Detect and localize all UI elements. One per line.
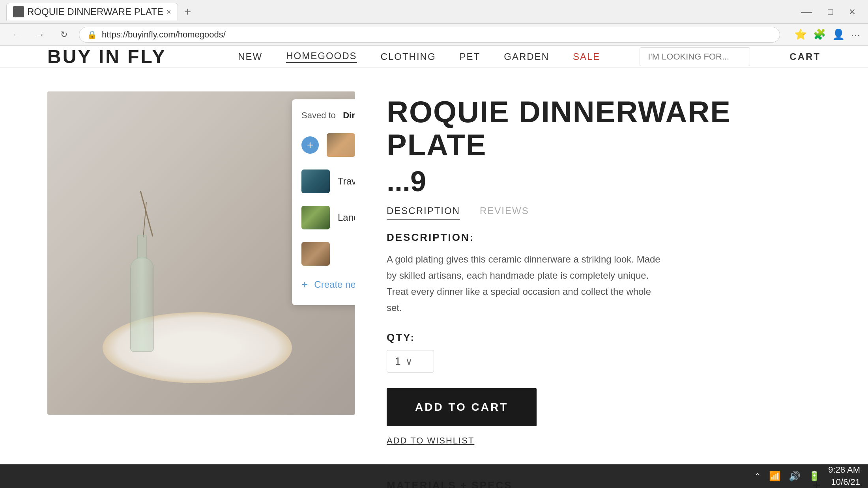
product-info: ROQUIE DINNERWARE PLATE ...9 DESCRIPTION…: [387, 91, 821, 488]
time-display: 9:28 AM: [828, 464, 860, 476]
qty-select[interactable]: 1 ∨: [387, 350, 434, 373]
collection-name-landscape: Landscape ideas and in...: [338, 212, 355, 223]
browser-titlebar: ROQUIE DINNERWARE PLATE × + — □ ×: [0, 0, 868, 24]
nav-pet[interactable]: PET: [460, 51, 481, 62]
taskbar-time: 9:28 AM 10/6/21: [828, 464, 860, 488]
website: BUY IN FLY NEW HOMEGOODS CLOTHING PET GA…: [0, 46, 868, 488]
qty-label: QTY:: [387, 332, 821, 344]
site-header: BUY IN FLY NEW HOMEGOODS CLOTHING PET GA…: [0, 46, 868, 68]
nav-clothing[interactable]: CLOTHING: [381, 51, 436, 62]
collection-thumb-extra: [301, 242, 330, 266]
collection-item-extra[interactable]: [292, 236, 355, 272]
create-collection-icon: +: [301, 278, 308, 291]
create-new-collection-button[interactable]: + Create new collection: [292, 272, 355, 297]
sound-icon: 🔊: [789, 471, 801, 482]
tab-title: ROQUIE DINNERWARE PLATE: [27, 6, 163, 17]
bottle-visual: [126, 233, 158, 352]
price-value: ...9: [387, 166, 426, 197]
tab-favicon: [13, 6, 24, 17]
taskbar-right: ⌃ 📶 🔊 🔋 9:28 AM 10/6/21: [754, 464, 860, 488]
collection-name-travel: Travel bucketlist: [338, 176, 355, 187]
collection-thumb-landscape: [301, 206, 330, 229]
extensions-icon[interactable]: 🧩: [813, 28, 826, 41]
product-title-line1: ROQUIE DINNERWARE: [387, 95, 731, 129]
add-to-wishlist-button[interactable]: ADD TO WISHLIST: [387, 436, 821, 446]
browser-controls: ← → ↻ 🔒 https://buyinfly.com/homegoods/ …: [0, 24, 868, 46]
nav-garden[interactable]: GARDEN: [504, 51, 549, 62]
tab-description[interactable]: DESCRIPTION: [387, 205, 460, 220]
bottle-neck: [137, 235, 147, 259]
lock-icon: 🔒: [87, 30, 97, 39]
product-area: ··· Saved to Dining room ideas + Dini: [0, 68, 868, 488]
collection-thumb-travel: [301, 169, 330, 193]
taskbar: ⌃ 📶 🔊 🔋 9:28 AM 10/6/21: [0, 464, 868, 488]
browser-window: ROQUIE DINNERWARE PLATE × + — □ × ← → ↻ …: [0, 0, 868, 488]
back-button[interactable]: ←: [8, 26, 25, 43]
refresh-button[interactable]: ↻: [55, 26, 73, 43]
browser-tab-active[interactable]: ROQUIE DINNERWARE PLATE ×: [6, 3, 178, 20]
browser-tabs: ROQUIE DINNERWARE PLATE × +: [6, 3, 791, 20]
profile-icon[interactable]: ⭐: [794, 28, 807, 41]
site-logo[interactable]: BUY IN FLY: [47, 46, 166, 67]
cart-button[interactable]: CART: [789, 51, 821, 62]
add-to-cart-button[interactable]: ADD TO CART: [387, 388, 537, 426]
collection-thumb-dining: [327, 133, 355, 157]
wifi-icon: 📶: [769, 471, 781, 482]
window-minimize-button[interactable]: —: [795, 6, 818, 18]
address-bar-icons: ⭐ 🧩 👤 ···: [794, 28, 860, 41]
bottle-body: [130, 257, 154, 352]
nav-homegoods[interactable]: HOMEGOODS: [286, 50, 357, 63]
collection-item-travel[interactable]: Travel bucketlist: [292, 163, 355, 199]
tab-close-button[interactable]: ×: [166, 7, 171, 17]
browser-more-button[interactable]: ···: [851, 28, 860, 41]
user-icon[interactable]: 👤: [832, 28, 845, 41]
new-tab-button[interactable]: +: [180, 4, 196, 20]
address-bar[interactable]: 🔒 https://buyinfly.com/homegoods/: [79, 27, 780, 43]
collection-add-icon: +: [301, 136, 319, 154]
site-nav: NEW HOMEGOODS CLOTHING PET GARDEN SALE C…: [238, 47, 821, 66]
saved-to-label: Saved to: [301, 110, 336, 120]
nav-sale[interactable]: SALE: [573, 51, 600, 62]
collection-item-dining[interactable]: + Dining room ideas: [292, 127, 355, 163]
product-title: ROQUIE DINNERWARE PLATE: [387, 95, 821, 161]
save-dropdown: Saved to Dining room ideas + Dining room…: [292, 99, 355, 305]
product-description-text: A gold plating gives this ceramic dinner…: [387, 251, 663, 316]
collection-item-landscape[interactable]: Landscape ideas and in...: [292, 199, 355, 236]
create-collection-label: Create new collection: [314, 279, 355, 290]
tab-reviews[interactable]: REVIEWS: [480, 205, 529, 220]
qty-value: 1: [395, 355, 400, 367]
qty-chevron-icon: ∨: [405, 355, 413, 367]
url-text: https://buyinfly.com/homegoods/: [102, 30, 226, 40]
description-label: DESCRIPTION:: [387, 231, 821, 244]
battery-icon: 🔋: [808, 471, 820, 482]
browser-content: BUY IN FLY NEW HOMEGOODS CLOTHING PET GA…: [0, 46, 868, 488]
date-display: 10/6/21: [828, 476, 860, 488]
search-input[interactable]: [640, 47, 750, 66]
window-close-button[interactable]: ×: [843, 6, 862, 18]
nav-new[interactable]: NEW: [238, 51, 262, 62]
product-tabs: DESCRIPTION REVIEWS: [387, 205, 821, 220]
save-dropdown-header: Saved to Dining room ideas: [292, 107, 355, 127]
product-image-container: ··· Saved to Dining room ideas + Dini: [47, 91, 355, 415]
forward-button[interactable]: →: [32, 26, 49, 43]
taskbar-expand-icon[interactable]: ⌃: [754, 471, 761, 481]
saved-collection-name: Dining room ideas: [343, 110, 355, 120]
product-price: ...9: [387, 165, 821, 197]
product-title-line2: PLATE: [387, 128, 486, 162]
window-maximize-button[interactable]: □: [821, 7, 839, 17]
